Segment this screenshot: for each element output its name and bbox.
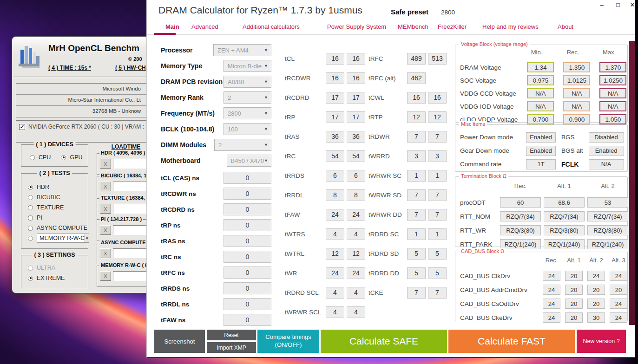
radio-extreme[interactable]: EXTREME <box>28 273 88 283</box>
ns-input[interactable]: 0 <box>224 235 271 247</box>
field-dropdown[interactable]: 100 ▼ <box>224 123 271 135</box>
import-xmp-button[interactable]: Import XMP <box>207 342 256 353</box>
clear-x-button[interactable]: X <box>100 159 111 169</box>
timing-value-2[interactable]: 8 <box>347 189 365 201</box>
field-dropdown[interactable]: Micron B-die ▼ <box>224 60 271 72</box>
timing-value-2[interactable]: 7 <box>428 189 447 201</box>
cad-bus-alt3[interactable]: 24 <box>610 299 627 309</box>
ns-input[interactable]: 0 <box>224 219 271 231</box>
hw-change-link[interactable]: ( 5 ) HW-CH <box>115 65 146 71</box>
timing-value-2[interactable]: 12 <box>428 111 447 123</box>
timing-value-2[interactable]: 5 <box>428 267 447 279</box>
misc-value[interactable]: N/A <box>589 159 624 169</box>
calculate-safe-button[interactable]: Calculate SAFE <box>321 330 447 353</box>
timing-value-1[interactable]: 54 <box>326 150 344 162</box>
timing-value-2[interactable]: 4 <box>347 287 365 299</box>
calculate-fast-button[interactable]: Calculate FAST <box>448 330 575 353</box>
tab-additional-calculators[interactable]: Additional calculators <box>243 23 300 30</box>
timing-value-1[interactable]: 462 <box>407 72 426 84</box>
voltage-max[interactable]: 1.050 <box>599 114 626 124</box>
voltage-max[interactable]: N/A <box>599 88 626 98</box>
reset-button[interactable]: Reset <box>207 330 256 340</box>
termination-alt2[interactable]: 53 <box>587 197 628 208</box>
clear-x-button[interactable]: X <box>100 271 111 281</box>
radio-gpu[interactable]: GPU <box>61 152 82 162</box>
cad-bus-alt3[interactable]: 24 <box>610 271 627 281</box>
timing-value-1[interactable]: 7 <box>407 209 426 221</box>
timing-value-1[interactable]: 3 <box>407 150 426 162</box>
voltage-min[interactable]: 0.700 <box>527 114 554 124</box>
tab-about[interactable]: About <box>558 23 573 30</box>
timing-value-1[interactable]: 489 <box>407 53 426 65</box>
timing-value-2[interactable]: 1 <box>428 228 447 240</box>
timing-value-2[interactable]: 4 <box>347 306 365 318</box>
timing-value-1[interactable]: 7 <box>407 131 426 143</box>
voltage-min[interactable]: N/A <box>527 101 554 111</box>
radio-icon[interactable] <box>30 155 35 160</box>
cad-bus-alt2[interactable]: 24 <box>587 271 605 281</box>
radio-test-bicubic[interactable]: BICUBIC <box>28 192 88 202</box>
gpu-device-row[interactable]: ✓ NVIDIA GeForce RTX 2060 ( CU : 30 | VR… <box>16 121 155 130</box>
cad-bus-alt3[interactable]: 24 <box>610 312 627 323</box>
timing-value-2[interactable]: 7 <box>428 131 447 143</box>
timing-value-2[interactable]: 12 <box>347 248 365 260</box>
maximize-icon[interactable]: □ <box>613 1 623 9</box>
radio-test-pi[interactable]: PI <box>28 213 88 223</box>
termination-alt2[interactable]: RZQ/7(34) <box>587 211 628 221</box>
field-dropdown[interactable]: ZEN + AM4 ▼ <box>213 44 271 56</box>
cad-bus-rec[interactable]: 24 <box>543 271 560 281</box>
voltage-max[interactable]: N/A <box>599 101 626 111</box>
voltage-rec[interactable]: 1.350 <box>563 62 590 72</box>
timing-value-2[interactable]: 24 <box>347 209 365 221</box>
timing-value-2[interactable]: 16 <box>347 53 365 65</box>
timing-value-2[interactable]: 7 <box>428 209 447 221</box>
timing-value-1[interactable]: 24 <box>326 267 344 279</box>
voltage-rec[interactable]: N/A <box>563 88 590 98</box>
termination-rec[interactable]: RZQ/7(34) <box>500 211 541 221</box>
cad-bus-alt1[interactable]: 20 <box>565 271 583 281</box>
voltage-rec[interactable]: N/A <box>563 101 590 111</box>
timing-value-1[interactable]: 5 <box>407 267 426 279</box>
tab-freezkiller[interactable]: FreezKiller <box>438 23 467 30</box>
field-dropdown[interactable]: 2800 ▼ <box>224 107 271 119</box>
field-dropdown[interactable]: B450 / X470 ▼ <box>227 155 271 167</box>
timing-value-2[interactable]: 1 <box>428 170 447 182</box>
voltage-min[interactable]: 0.975 <box>527 75 554 85</box>
tab-membench[interactable]: MEMbench <box>398 23 428 30</box>
radio-icon[interactable] <box>28 205 33 210</box>
minimize-icon[interactable]: – <box>597 1 607 9</box>
timing-value-2[interactable]: 54 <box>347 150 365 162</box>
misc-value[interactable]: Enabled <box>526 146 556 156</box>
voltage-rec[interactable]: 1.0125 <box>563 75 590 85</box>
timing-value-2[interactable]: 17 <box>347 111 365 123</box>
misc-value[interactable]: Disabled <box>589 132 624 143</box>
ns-input[interactable]: 0 <box>224 314 271 326</box>
termination-alt1[interactable]: 68.6 <box>544 197 585 208</box>
misc-value[interactable]: Enabled <box>589 146 624 156</box>
tab-help-and-reviews[interactable]: Help and my reviews <box>482 23 539 30</box>
tab-advanced[interactable]: Advanced <box>191 23 218 30</box>
termination-alt2[interactable]: RZQ/3(80) <box>587 225 628 235</box>
ns-input[interactable]: 0 <box>224 188 271 200</box>
ns-input[interactable]: 0 <box>224 298 271 310</box>
timing-value-1[interactable]: 16 <box>326 53 344 65</box>
radio-icon[interactable] <box>28 236 33 241</box>
field-dropdown[interactable]: 2 ▼ <box>224 91 271 104</box>
timing-value-1[interactable]: 4 <box>326 287 344 299</box>
new-version-button[interactable]: New version ? <box>577 330 626 353</box>
timing-value-2[interactable]: 16 <box>347 72 365 84</box>
radio-cpu[interactable]: CPU <box>30 152 51 162</box>
timing-value-2[interactable]: 17 <box>347 92 365 104</box>
screenshot-button[interactable]: Screenshot <box>154 330 205 353</box>
timing-value-1[interactable]: 7 <box>407 189 426 201</box>
radio-test-async-compute[interactable]: ASYNC COMPUTE <box>28 223 88 233</box>
voltage-min[interactable]: 1.34 <box>527 62 554 72</box>
timing-value-2[interactable]: 16 <box>428 92 447 104</box>
cad-bus-alt2[interactable]: 30 <box>587 312 605 323</box>
timing-value-1[interactable]: 17 <box>326 111 344 123</box>
termination-rec[interactable]: RZQ/1(240) <box>500 239 541 249</box>
ns-input[interactable]: 0 <box>224 172 271 184</box>
timing-value-2[interactable]: 4 <box>347 228 365 240</box>
radio-icon[interactable] <box>28 215 33 221</box>
termination-alt1[interactable]: RZQ/3(80) <box>544 225 585 235</box>
